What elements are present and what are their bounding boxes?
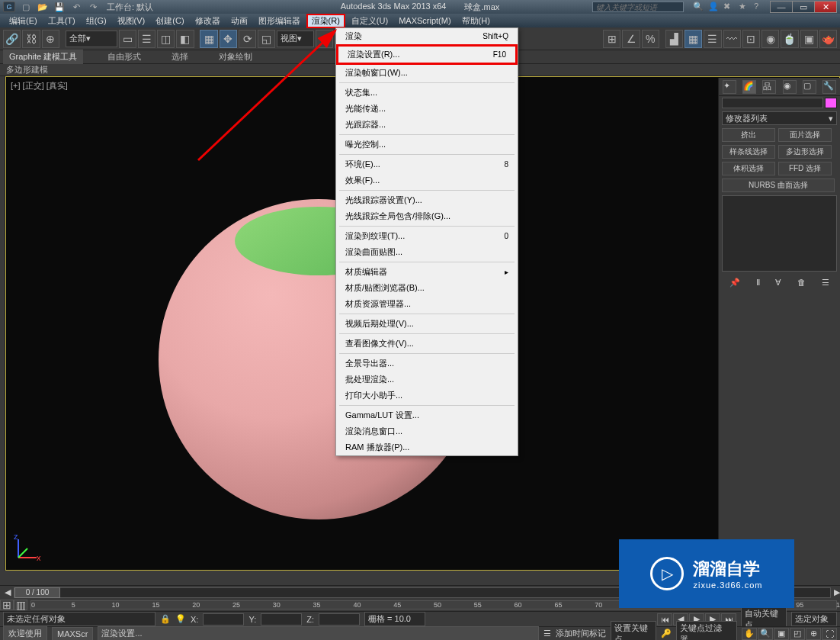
nav-pan-icon[interactable]: ✋ bbox=[742, 628, 757, 640]
unlink-icon[interactable]: ⛓ bbox=[22, 30, 40, 48]
macro-rec-icon[interactable]: ☰ bbox=[543, 629, 551, 638]
add-time-tag[interactable]: 添加时间标记 bbox=[556, 628, 606, 639]
dropdown-item-16[interactable]: 视频后期处理(V)... bbox=[336, 316, 518, 332]
ribbon-tab-selection[interactable]: 选择 bbox=[165, 50, 194, 64]
infocenter-icon[interactable]: 🔍 bbox=[693, 2, 704, 12]
nav-zoom-icon[interactable]: 🔍 bbox=[758, 628, 773, 640]
dropdown-item-18[interactable]: 全景导出器... bbox=[336, 355, 518, 371]
setkey-button[interactable]: 设置关键点 bbox=[611, 621, 656, 641]
dropdown-item-12[interactable]: 渲染曲面贴图... bbox=[336, 244, 518, 260]
menu-item-1[interactable]: 工具(T) bbox=[43, 14, 80, 27]
menu-item-10[interactable]: MAXScript(M) bbox=[394, 15, 455, 26]
dropdown-item-20[interactable]: 打印大小助手... bbox=[336, 388, 518, 404]
dropdown-item-22[interactable]: 渲染消息窗口... bbox=[336, 423, 518, 439]
viewport-label[interactable]: [+] [正交] [真实] bbox=[11, 80, 68, 92]
material-editor-icon[interactable]: ◉ bbox=[761, 30, 779, 48]
dropdown-item-8[interactable]: 效果(F)... bbox=[336, 172, 518, 188]
menu-item-2[interactable]: 组(G) bbox=[82, 14, 111, 27]
pivot-icon[interactable]: ◈ bbox=[316, 30, 333, 48]
modifier-btn-1[interactable]: 面片选择 bbox=[778, 128, 832, 142]
select-region-icon[interactable]: ◫ bbox=[157, 30, 175, 48]
dropdown-item-11[interactable]: 渲染到纹理(T)...0 bbox=[336, 228, 518, 244]
menu-item-3[interactable]: 视图(V) bbox=[113, 14, 150, 27]
curve-editor-icon[interactable]: 〰 bbox=[723, 30, 741, 48]
percent-snap-icon[interactable]: % bbox=[642, 30, 659, 48]
modifier-list-combo[interactable]: 修改器列表▾ bbox=[722, 111, 837, 125]
remove-icon[interactable]: 🗑 bbox=[797, 278, 806, 288]
object-name-field[interactable] bbox=[722, 98, 823, 108]
favorite-icon[interactable]: ★ bbox=[739, 2, 749, 12]
dropdown-item-2[interactable]: 渲染帧窗口(W)... bbox=[336, 65, 518, 81]
bind-icon[interactable]: ⊕ bbox=[42, 30, 59, 48]
motion-tab-icon[interactable]: ◉ bbox=[783, 80, 797, 94]
menu-item-9[interactable]: 自定义(U) bbox=[347, 14, 393, 27]
maximize-button[interactable]: ▭ bbox=[792, 1, 815, 13]
hierarchy-tab-icon[interactable]: 品 bbox=[762, 80, 776, 94]
layers-icon[interactable]: ☰ bbox=[704, 30, 721, 48]
search-input[interactable] bbox=[592, 2, 684, 12]
display-tab-icon[interactable]: ▢ bbox=[803, 80, 816, 94]
render-frame-icon[interactable]: ▣ bbox=[800, 30, 818, 48]
qat-redo-icon[interactable]: ↷ bbox=[85, 2, 101, 12]
render-icon[interactable]: 🫖 bbox=[819, 30, 837, 48]
exchange-icon[interactable]: ✖ bbox=[723, 2, 734, 12]
modifier-btn-4[interactable]: 体积选择 bbox=[722, 162, 775, 175]
ref-coord-combo[interactable]: 视图 ▾ bbox=[277, 31, 314, 47]
selection-filter-combo[interactable]: 全部 ▾ bbox=[66, 31, 117, 47]
lock-icon[interactable]: 🔒 bbox=[160, 614, 171, 624]
menu-item-6[interactable]: 动画 bbox=[226, 14, 252, 27]
time-slider-thumb[interactable]: 0 / 100 bbox=[14, 587, 60, 598]
dropdown-item-23[interactable]: RAM 播放器(P)... bbox=[336, 439, 518, 455]
menu-item-11[interactable]: 帮助(H) bbox=[457, 14, 495, 27]
selected-combo[interactable]: 选定对象 bbox=[791, 612, 837, 626]
mirror-icon[interactable]: ▟ bbox=[665, 30, 683, 48]
pin-stack-icon[interactable]: 📌 bbox=[729, 278, 740, 288]
signin-icon[interactable]: 👤 bbox=[708, 2, 719, 12]
minimize-button[interactable]: — bbox=[770, 1, 793, 13]
render-setup-icon[interactable]: 🍵 bbox=[781, 30, 798, 48]
qat-new-icon[interactable]: ▢ bbox=[18, 2, 34, 12]
modifier-btn-2[interactable]: 样条线选择 bbox=[722, 145, 775, 159]
close-button[interactable]: ✕ bbox=[814, 1, 837, 13]
snap-toggle-icon[interactable]: ⊞ bbox=[603, 30, 620, 48]
select-icon[interactable]: ▭ bbox=[119, 30, 136, 48]
dropdown-item-13[interactable]: 材质编辑器▸ bbox=[336, 264, 518, 280]
select-name-icon[interactable]: ☰ bbox=[138, 30, 155, 48]
dropdown-item-5[interactable]: 光跟踪器... bbox=[336, 117, 518, 133]
dropdown-item-19[interactable]: 批处理渲染... bbox=[336, 371, 518, 388]
isolate-icon[interactable]: 💡 bbox=[175, 614, 186, 624]
dropdown-item-14[interactable]: 材质/贴图浏览器(B)... bbox=[336, 280, 518, 296]
show-end-icon[interactable]: Ⅱ bbox=[756, 278, 760, 288]
dropdown-item-9[interactable]: 光线跟踪器设置(Y)... bbox=[336, 192, 518, 208]
dropdown-item-0[interactable]: 渲染Shift+Q bbox=[336, 28, 518, 44]
qat-open-icon[interactable]: 📂 bbox=[35, 2, 50, 12]
nav-orbit-icon[interactable]: ⊕ bbox=[806, 628, 821, 640]
ribbon-tab-paint[interactable]: 对象绘制 bbox=[213, 50, 258, 64]
move-icon[interactable]: ✥ bbox=[220, 30, 237, 48]
dropdown-item-3[interactable]: 状态集... bbox=[336, 85, 518, 101]
rotate-icon[interactable]: ⟳ bbox=[239, 30, 256, 48]
menu-item-4[interactable]: 创建(C) bbox=[151, 14, 188, 27]
workspace-label[interactable]: 工作台: 默认 bbox=[107, 2, 153, 13]
coord-x-input[interactable] bbox=[203, 613, 244, 626]
unique-icon[interactable]: ∀ bbox=[775, 278, 781, 288]
select-object-icon[interactable]: ▦ bbox=[200, 30, 217, 48]
timeline-prev-icon[interactable]: ◀ bbox=[5, 587, 11, 597]
align-icon[interactable]: ▦ bbox=[685, 30, 702, 48]
keyfilter-button[interactable]: 关键点过滤器... bbox=[676, 621, 737, 641]
trackbar-toggle-icon[interactable]: ⊞ bbox=[0, 600, 14, 610]
dropdown-item-10[interactable]: 光线跟踪全局包含/排除(G)... bbox=[336, 208, 518, 224]
modifier-stack[interactable] bbox=[722, 195, 837, 272]
dropdown-item-7[interactable]: 环境(E)...8 bbox=[336, 156, 518, 172]
nav-maximize-icon[interactable]: ⛶ bbox=[822, 628, 837, 640]
utilities-tab-icon[interactable]: 🔧 bbox=[822, 80, 836, 94]
menu-item-5[interactable]: 修改器 bbox=[191, 14, 225, 27]
listener-tab-maxscript[interactable]: MAXScr bbox=[52, 627, 93, 641]
app-icon[interactable]: G bbox=[3, 2, 15, 12]
goto-start-icon[interactable]: ⏮ bbox=[657, 613, 672, 626]
help-icon[interactable]: ? bbox=[754, 2, 765, 12]
key-big-icon[interactable]: 🔑 bbox=[661, 629, 672, 638]
modifier-btn-3[interactable]: 多边形选择 bbox=[778, 145, 832, 159]
dropdown-item-17[interactable]: 查看图像文件(V)... bbox=[336, 336, 518, 352]
ribbon-title[interactable]: Graphite 建模工具 bbox=[3, 50, 83, 64]
